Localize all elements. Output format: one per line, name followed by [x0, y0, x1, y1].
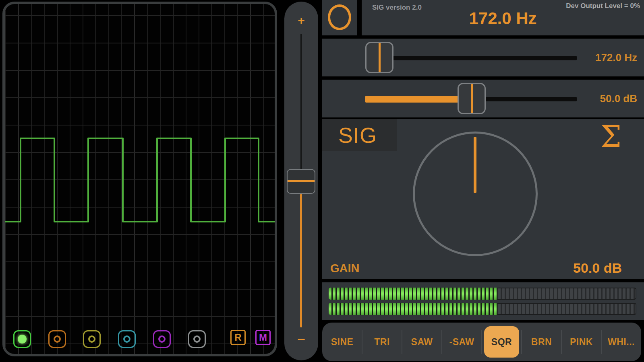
channel-active-dot-icon — [18, 335, 27, 343]
frequency-slider-section: 172.0 Hz — [322, 39, 644, 76]
frequency-readout: 172.0 Hz — [362, 9, 644, 28]
level-meter-section — [322, 282, 644, 320]
waveform-option-sine[interactable]: SINE — [322, 323, 362, 361]
gain-knob-pointer — [474, 137, 476, 193]
waveform-selector: SINETRISAW-SAWSQRBRNPINKWHI... — [322, 323, 641, 361]
volume-slider-thumb[interactable] — [287, 169, 315, 194]
channel-ring-icon — [123, 335, 130, 343]
scope-channel-button-1[interactable] — [13, 330, 31, 348]
sig-signal-generator-app: R M + – SIG version 2.0 Dev Output Level… — [0, 0, 644, 362]
scope-channel-button-5[interactable] — [153, 330, 171, 348]
gain-thumb-indicator — [471, 84, 473, 113]
frequency-slider-track[interactable] — [365, 56, 577, 60]
frequency-slider-value: 172.0 Hz — [595, 39, 637, 76]
generator-title-box: SIG — [322, 119, 397, 151]
channel-ring-icon — [88, 335, 95, 343]
level-meter-left-fill — [329, 288, 497, 300]
waveform-option-pink[interactable]: PINK — [561, 323, 601, 361]
scope-waveform-canvas — [5, 4, 275, 354]
waveform-option-saw[interactable]: SAW — [402, 323, 442, 361]
output-level-slider[interactable]: + – — [284, 2, 318, 360]
waveform-option-sqr[interactable]: SQR — [482, 323, 522, 361]
gain-slider-value: 50.0 dB — [600, 80, 638, 117]
oscilloscope-display: R M — [2, 2, 277, 356]
channel-ring-icon — [193, 335, 201, 343]
volume-track-lower-filled[interactable] — [300, 194, 302, 327]
gain-knob-label: GAIN — [330, 262, 360, 275]
waveform-option-tri[interactable]: TRI — [362, 323, 402, 361]
volume-thumb-indicator — [288, 180, 315, 182]
mode-button[interactable]: M — [255, 330, 271, 345]
scope-channel-button-4[interactable] — [118, 330, 136, 348]
gain-slider-section: 50.0 dB — [322, 80, 644, 117]
level-meter-left — [329, 288, 636, 300]
scope-channel-button-6[interactable] — [188, 330, 206, 348]
waveform-option-brn[interactable]: BRN — [522, 323, 561, 361]
record-button-label: R — [234, 332, 241, 343]
gain-slider-thumb[interactable] — [458, 83, 486, 114]
channel-ring-icon — [54, 335, 61, 343]
scope-channel-button-3[interactable] — [83, 330, 101, 348]
level-meter-right-fill — [329, 303, 497, 315]
generator-title: SIG — [322, 123, 377, 148]
sum-sigma-icon[interactable]: Σ — [601, 119, 621, 154]
mode-button-label: M — [259, 332, 267, 343]
frequency-thumb-indicator — [379, 43, 381, 72]
header-circle-panel — [322, 0, 357, 35]
minus-icon[interactable]: – — [284, 331, 318, 346]
power-circle-button[interactable] — [328, 4, 351, 30]
gain-knob-value: 50.0 dB — [573, 260, 622, 276]
waveform-option-selected: SQR — [484, 326, 519, 358]
waveform-option-whi[interactable]: WHI... — [601, 323, 641, 361]
record-button[interactable]: R — [230, 330, 246, 345]
channel-ring-icon — [158, 335, 166, 343]
volume-track-upper[interactable] — [300, 34, 302, 169]
level-meter-right — [329, 303, 636, 315]
frequency-slider-thumb[interactable] — [365, 42, 393, 73]
generator-section: SIG Σ GAIN 50.0 dB — [322, 119, 644, 279]
waveform-option-saw[interactable]: -SAW — [442, 323, 482, 361]
header-info-panel: SIG version 2.0 Dev Output Level = 0% 17… — [362, 0, 644, 35]
gain-slider-fill — [365, 96, 472, 103]
plus-icon[interactable]: + — [284, 14, 318, 27]
scope-channel-button-2[interactable] — [48, 330, 66, 348]
